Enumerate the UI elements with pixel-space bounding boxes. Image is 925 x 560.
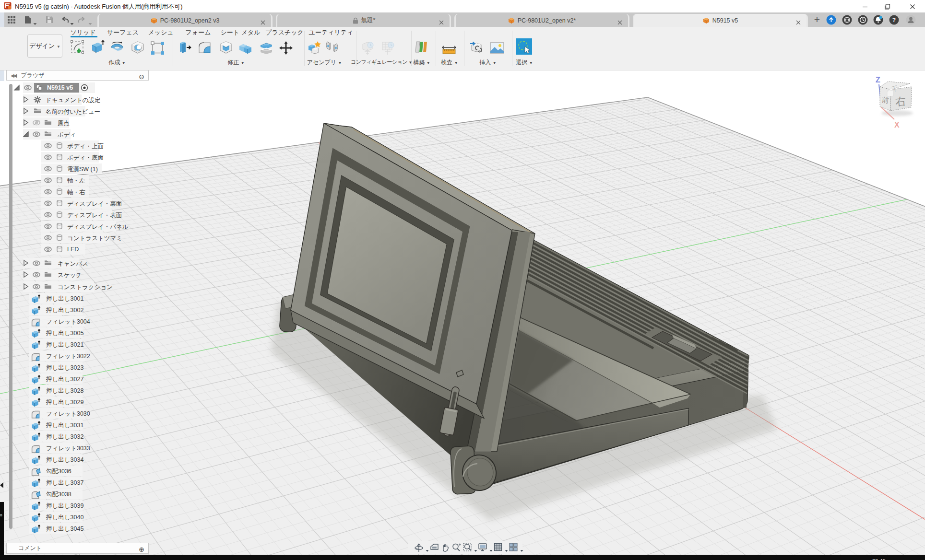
svg-text:Z: Z (876, 76, 880, 84)
svg-text:右: 右 (895, 95, 906, 108)
svg-text:?: ? (892, 17, 896, 23)
svg-text:前: 前 (881, 95, 889, 105)
svg-text:X: X (894, 121, 900, 129)
